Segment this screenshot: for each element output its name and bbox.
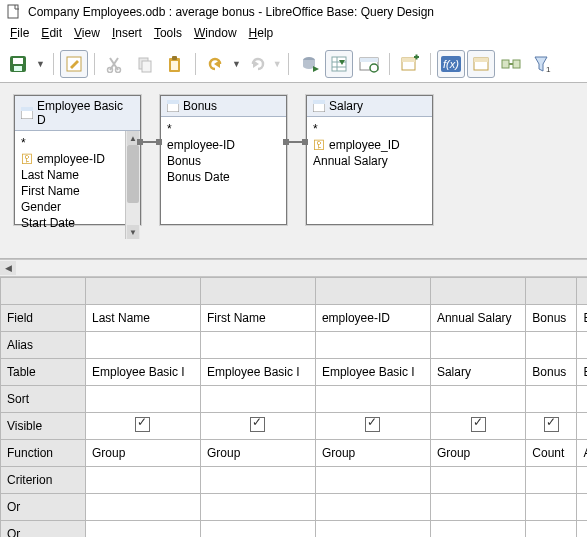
paste-button[interactable] [161,50,189,78]
cell-or[interactable] [526,494,577,521]
cell-or[interactable] [526,521,577,538]
cell-or[interactable] [200,494,315,521]
cell-visible[interactable] [577,413,587,440]
cell-function[interactable]: Group [200,440,315,467]
cell-alias[interactable] [86,332,201,359]
field-gender[interactable]: Gender [21,199,123,215]
cell-criterion[interactable] [526,467,577,494]
cell-alias[interactable] [315,332,430,359]
cell-or[interactable] [200,521,315,538]
functions-button[interactable]: f(x) [437,50,465,78]
cell-alias[interactable] [430,332,525,359]
table-name-button[interactable] [467,50,495,78]
cell-visible[interactable] [86,413,201,440]
query-grid[interactable]: Field Last Name First Name employee-ID A… [0,277,587,537]
cell-function[interactable]: Group [315,440,430,467]
cell-sort[interactable] [86,386,201,413]
table-title[interactable]: Bonus [161,96,286,117]
cell-field[interactable]: Bonus [577,305,587,332]
design-view-button[interactable] [325,50,353,78]
alias-button[interactable] [497,50,525,78]
cell-or[interactable] [430,521,525,538]
checkbox-checked-icon[interactable] [135,417,150,432]
cell-function[interactable]: Group [86,440,201,467]
cell-or[interactable] [430,494,525,521]
field-bonus-date[interactable]: Bonus Date [167,169,284,185]
cell-alias[interactable] [577,332,587,359]
field-first-name[interactable]: First Name [21,183,123,199]
copy-button[interactable] [131,50,159,78]
checkbox-checked-icon[interactable] [250,417,265,432]
cell-table[interactable]: Employee Basic I [315,359,430,386]
distinct-values-button[interactable]: 123 [527,50,555,78]
field-last-name[interactable]: Last Name [21,167,123,183]
field-bonus[interactable]: Bonus [167,153,284,169]
field-employee-id[interactable]: employee-ID [167,137,284,153]
cell-criterion[interactable] [315,467,430,494]
field-annual-salary[interactable]: Annual Salary [313,153,430,169]
cell-function[interactable]: Group [430,440,525,467]
edit-mode-button[interactable] [60,50,88,78]
save-button[interactable] [4,50,32,78]
cell-alias[interactable] [200,332,315,359]
field-employee-id[interactable]: ⚿employee_ID [313,137,430,153]
cell-field[interactable]: Annual Salary [430,305,525,332]
cell-or[interactable] [577,521,587,538]
cell-sort[interactable] [577,386,587,413]
table-employee[interactable]: Employee Basic D * ⚿employee-ID Last Nam… [14,95,141,225]
cell-table[interactable]: Employee Basic I [86,359,201,386]
dropdown-icon[interactable]: ▼ [232,59,241,69]
menu-help[interactable]: Help [245,24,278,42]
table-title[interactable]: Salary [307,96,432,117]
scroll-left-icon[interactable]: ◀ [0,261,16,275]
menu-file[interactable]: File [6,24,33,42]
sql-view-button[interactable] [355,50,383,78]
relations-pane[interactable]: Employee Basic D * ⚿employee-ID Last Nam… [0,83,587,259]
cell-or[interactable] [315,494,430,521]
undo-button[interactable] [202,50,230,78]
scroll-thumb[interactable] [127,145,139,203]
field-star[interactable]: * [21,135,123,151]
cell-field[interactable]: Last Name [86,305,201,332]
checkbox-checked-icon[interactable] [471,417,486,432]
table-salary[interactable]: Salary * ⚿employee_ID Annual Salary [306,95,433,225]
menu-tools[interactable]: Tools [150,24,186,42]
cell-visible[interactable] [526,413,577,440]
cell-criterion[interactable] [200,467,315,494]
cell-or[interactable] [86,494,201,521]
field-start-date[interactable]: Start Date [21,215,123,231]
menu-edit[interactable]: Edit [37,24,66,42]
cell-or[interactable] [315,521,430,538]
cell-function[interactable]: Average [577,440,587,467]
cell-sort[interactable] [430,386,525,413]
cell-field[interactable]: employee-ID [315,305,430,332]
menu-window[interactable]: Window [190,24,241,42]
cell-field[interactable]: Bonus [526,305,577,332]
scroll-down-icon[interactable]: ▼ [127,225,139,239]
field-list[interactable]: * ⚿employee_ID Annual Salary [307,117,432,225]
table-bonus[interactable]: Bonus * employee-ID Bonus Bonus Date [160,95,287,225]
field-list[interactable]: * ⚿employee-ID Last Name First Name Gend… [15,131,125,239]
cell-function[interactable]: Count [526,440,577,467]
cell-criterion[interactable] [86,467,201,494]
checkbox-checked-icon[interactable] [544,417,559,432]
field-employee-id[interactable]: ⚿employee-ID [21,151,123,167]
cell-table[interactable]: Bonus [577,359,587,386]
cell-field[interactable]: First Name [200,305,315,332]
cell-sort[interactable] [315,386,430,413]
dropdown-icon[interactable]: ▼ [34,59,47,69]
field-star[interactable]: * [313,121,430,137]
checkbox-checked-icon[interactable] [365,417,380,432]
cell-visible[interactable] [200,413,315,440]
add-table-button[interactable] [396,50,424,78]
horizontal-scrollbar[interactable]: ◀ [0,259,587,277]
cell-visible[interactable] [430,413,525,440]
run-query-button[interactable] [295,50,323,78]
cut-button[interactable] [101,50,129,78]
cell-or[interactable] [86,521,201,538]
table-title[interactable]: Employee Basic D [15,96,140,131]
cell-criterion[interactable] [577,467,587,494]
dropdown-icon[interactable]: ▼ [273,59,282,69]
cell-sort[interactable] [200,386,315,413]
cell-table[interactable]: Salary [430,359,525,386]
